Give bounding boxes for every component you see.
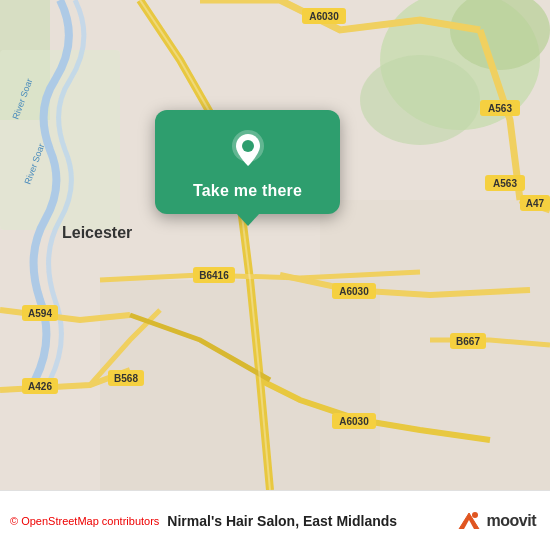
location-pin-icon (226, 128, 270, 172)
svg-point-36 (472, 512, 478, 518)
popup-label: Take me there (193, 182, 302, 200)
map-container: River Soar River Soar A6030 (0, 0, 550, 490)
svg-text:B568: B568 (114, 373, 138, 384)
svg-point-34 (242, 140, 254, 152)
take-me-there-popup[interactable]: Take me there (155, 110, 340, 214)
svg-text:A6030: A6030 (339, 286, 369, 297)
svg-text:A594: A594 (28, 308, 52, 319)
svg-text:Leicester: Leicester (62, 224, 132, 241)
svg-text:A47: A47 (526, 198, 545, 209)
attribution: © OpenStreetMap contributors (10, 515, 159, 527)
svg-text:A563: A563 (493, 178, 517, 189)
svg-text:B667: B667 (456, 336, 480, 347)
svg-text:A563: A563 (488, 103, 512, 114)
place-name: Nirmal's Hair Salon, East Midlands (167, 513, 454, 529)
svg-text:A6030: A6030 (339, 416, 369, 427)
moovit-icon (455, 507, 483, 535)
moovit-text: moovit (487, 512, 536, 530)
svg-point-3 (360, 55, 480, 145)
svg-text:B6416: B6416 (199, 270, 229, 281)
moovit-logo: moovit (455, 507, 536, 535)
svg-text:A426: A426 (28, 381, 52, 392)
bottom-bar: © OpenStreetMap contributors Nirmal's Ha… (0, 490, 550, 550)
svg-text:A6030: A6030 (309, 11, 339, 22)
